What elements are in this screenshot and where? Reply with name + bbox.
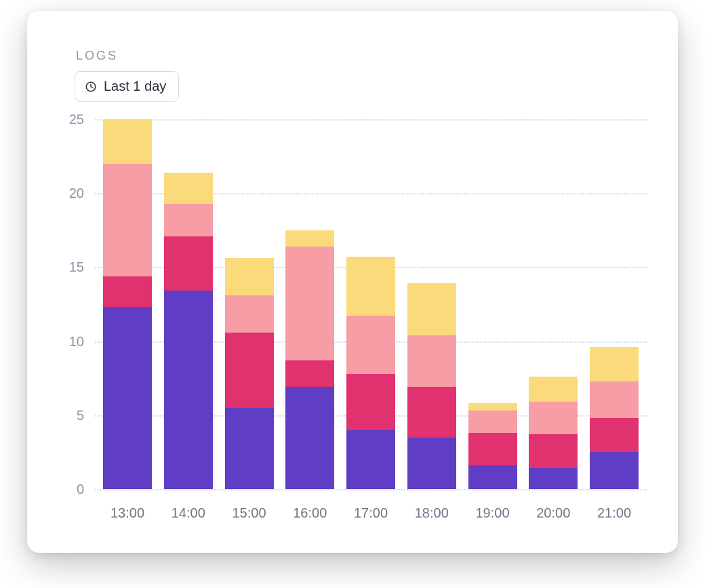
- bar-segment-magenta: [164, 236, 213, 291]
- bar-segment-magenta: [529, 434, 578, 468]
- y-tick-label: 10: [69, 333, 84, 349]
- bar-segment-pink: [164, 204, 213, 236]
- bar-segment-purple: [103, 307, 152, 489]
- bar-segment-yellow: [529, 377, 578, 402]
- bar-segment-purple: [225, 408, 274, 489]
- bar: [164, 173, 213, 489]
- bar: [285, 230, 334, 489]
- section-label: LOGS: [76, 49, 653, 63]
- y-tick-label: 25: [69, 112, 84, 127]
- bar: [590, 347, 639, 489]
- bar-segment-purple: [590, 452, 639, 489]
- x-tick-label: 21:00: [590, 492, 639, 532]
- bar-segment-yellow: [590, 347, 639, 381]
- chart-card: LOGS Last 1 day 0510152025 13:0014:0015:…: [27, 11, 678, 553]
- grid-line: [95, 489, 647, 490]
- bar: [346, 257, 395, 489]
- bar-segment-purple: [285, 387, 334, 489]
- bar-segment-magenta: [225, 333, 274, 408]
- bar-segment-pink: [103, 164, 152, 276]
- bar-segment-magenta: [407, 387, 456, 437]
- bar-segment-yellow: [103, 119, 152, 164]
- bar-segment-pink: [529, 402, 578, 434]
- bar: [225, 258, 274, 489]
- bar-segment-purple: [468, 465, 517, 489]
- bar-segment-pink: [285, 247, 334, 360]
- time-range-picker[interactable]: Last 1 day: [75, 71, 179, 102]
- y-tick-label: 5: [77, 407, 84, 423]
- bar-segment-magenta: [103, 276, 152, 308]
- clock-icon: [85, 81, 97, 93]
- bar: [468, 403, 517, 489]
- logs-bar-chart: 0510152025 13:0014:0015:0016:0017:0018:0…: [52, 119, 653, 532]
- bar-segment-yellow: [407, 283, 456, 335]
- bar-segment-yellow: [164, 173, 213, 204]
- bar-segment-purple: [164, 291, 213, 489]
- bar-segment-yellow: [225, 258, 274, 295]
- x-tick-label: 13:00: [103, 492, 152, 532]
- bar-segment-pink: [225, 295, 274, 333]
- x-tick-label: 17:00: [346, 492, 395, 532]
- bar-segment-purple: [346, 430, 395, 489]
- bar-segment-purple: [529, 468, 578, 489]
- bar-segment-yellow: [285, 230, 334, 247]
- bar-segment-yellow: [346, 257, 395, 316]
- time-range-label: Last 1 day: [104, 79, 166, 94]
- x-tick-label: 18:00: [407, 492, 456, 532]
- bar: [103, 119, 152, 489]
- x-tick-label: 16:00: [285, 492, 334, 532]
- x-tick-label: 19:00: [468, 492, 517, 532]
- y-tick-label: 15: [69, 259, 84, 275]
- y-tick-label: 20: [69, 186, 84, 201]
- bar-segment-magenta: [468, 433, 517, 465]
- bar: [407, 283, 456, 489]
- x-tick-label: 14:00: [164, 492, 213, 532]
- x-axis: 13:0014:0015:0016:0017:0018:0019:0020:00…: [95, 492, 647, 532]
- y-axis: 0510152025: [52, 119, 91, 489]
- plot-area: [95, 119, 647, 489]
- bar-segment-pink: [407, 335, 456, 387]
- bar-segment-pink: [590, 381, 639, 419]
- bar-segment-magenta: [346, 374, 395, 430]
- bar: [529, 377, 578, 489]
- bars-container: [95, 119, 647, 489]
- x-tick-label: 20:00: [529, 492, 578, 532]
- bar-segment-purple: [407, 438, 456, 489]
- y-tick-label: 0: [77, 482, 84, 497]
- bar-segment-yellow: [468, 403, 517, 411]
- bar-segment-magenta: [285, 360, 334, 387]
- bar-segment-pink: [346, 316, 395, 373]
- bar-segment-pink: [468, 411, 517, 433]
- x-tick-label: 15:00: [225, 492, 274, 532]
- bar-segment-magenta: [590, 418, 639, 452]
